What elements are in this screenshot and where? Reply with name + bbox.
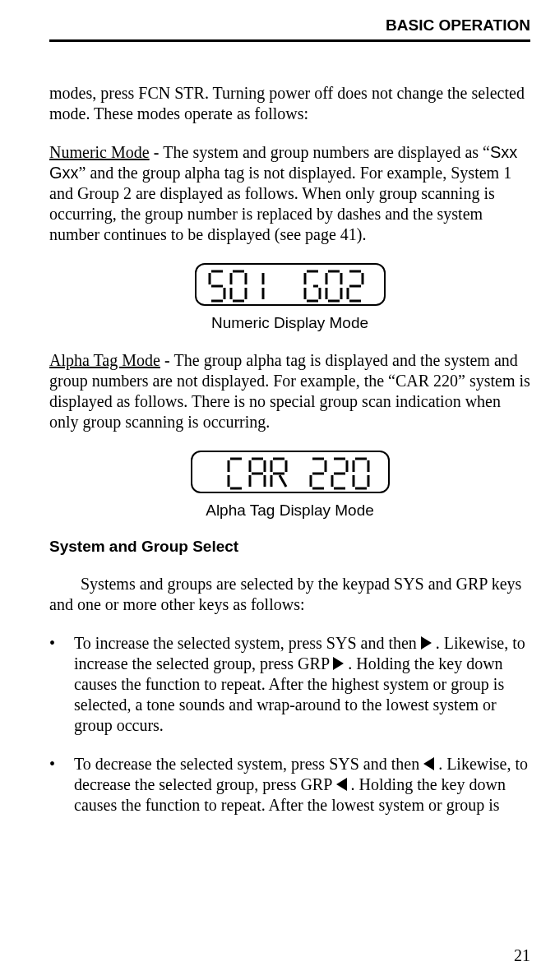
p2-a: The system and group numbers are display… — [163, 143, 490, 161]
left-arrow-icon — [423, 757, 434, 770]
svg-line-45 — [280, 475, 286, 487]
page-number: 21 — [514, 946, 530, 965]
lcd-svg-numeric — [208, 270, 372, 303]
figure-numeric-display: Numeric Display Mode — [49, 263, 530, 332]
figure-caption-alpha: Alpha Tag Display Mode — [49, 502, 530, 520]
lcd-box-alpha — [191, 451, 390, 493]
bullet-decrease: To decrease the selected system, press S… — [49, 754, 530, 816]
b1-a: To increase the selected system, press S… — [74, 634, 421, 652]
right-arrow-icon — [333, 657, 344, 670]
figure-caption-numeric: Numeric Display Mode — [49, 314, 530, 332]
page: BASIC OPERATION modes, press FCN STR. Tu… — [0, 0, 555, 980]
header-rule — [49, 39, 530, 42]
subhead-system-group-select: System and Group Select — [49, 538, 530, 556]
para-numeric-mode: Numeric Mode - The system and group numb… — [49, 142, 530, 245]
p2-b: ” and the group alpha tag is not display… — [49, 164, 511, 243]
mode-label-numeric: Numeric Mode — [49, 143, 150, 161]
header-title: BASIC OPERATION — [49, 16, 530, 35]
lcd-box-numeric — [195, 263, 386, 306]
para-intro: modes, press FCN STR. Turning power off … — [49, 83, 530, 124]
mode-label-alpha: Alpha Tag Mode — [49, 351, 160, 369]
lcd-svg-alpha — [204, 457, 377, 490]
sep-alpha: - — [160, 351, 174, 369]
figure-alpha-display: Alpha Tag Display Mode — [49, 451, 530, 520]
b2-a: To decrease the selected system, press S… — [74, 755, 423, 773]
sep-numeric: - — [150, 143, 164, 161]
left-arrow-icon — [336, 778, 347, 791]
bullet-increase: To increase the selected system, press S… — [49, 633, 530, 736]
para-alpha-mode: Alpha Tag Mode - The group alpha tag is … — [49, 350, 530, 432]
para-select-intro: Systems and groups are selected by the k… — [49, 574, 530, 615]
bullet-list: To increase the selected system, press S… — [49, 633, 530, 816]
right-arrow-icon — [421, 636, 432, 649]
